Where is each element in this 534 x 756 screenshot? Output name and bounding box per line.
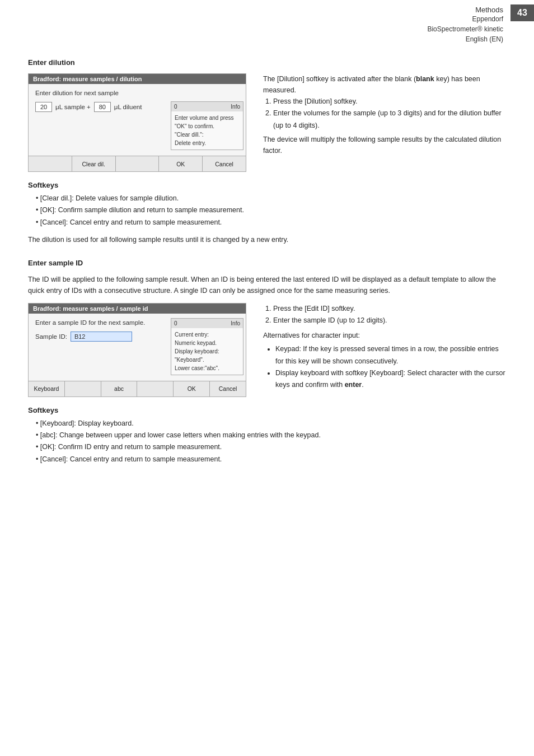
dilution-two-col: Bradford: measure samples / dilution Ent… <box>28 73 506 172</box>
dilution-softkey-bar: Clear dil. OK Cancel <box>29 156 246 171</box>
dilution-info-popup-info: Info <box>231 102 240 111</box>
dilution-sk-item-1: [Clear dil.]: Delete values for sample d… <box>36 193 506 204</box>
dilution-info-popup: 0 Info Enter volume and press "OK" to co… <box>171 101 243 150</box>
dilution-screen-col: Bradford: measure samples / dilution Ent… <box>28 73 246 172</box>
sample-id-softkey-keyboard[interactable]: Keyboard <box>29 381 65 396</box>
dilution-input2[interactable]: 80 <box>94 102 111 112</box>
sample-id-info-line5: Lower case:"abc". <box>175 364 240 372</box>
dilution-device-screen: Bradford: measure samples / dilution Ent… <box>28 73 246 172</box>
sample-id-softkeys-list: [Keyboard]: Display keyboard. [abc]: Cha… <box>28 418 506 465</box>
sample-id-softkeys-title: Softkeys <box>28 406 506 414</box>
sample-id-alt-1: Keypad: If the key is pressed several ti… <box>275 343 506 367</box>
dilution-titlebar: Bradford: measure samples / dilution <box>29 74 246 84</box>
page-number: 43 <box>510 4 534 21</box>
sample-id-info-line1: Current entry: <box>175 330 240 339</box>
sample-id-text-col: Press the [Edit ID] softkey. Enter the s… <box>263 303 506 397</box>
sample-id-info-line4: "Keyboard". <box>175 356 240 364</box>
sample-id-input[interactable]: B12 <box>71 332 132 342</box>
dilution-softkey-cleardil[interactable]: Clear dil. <box>72 156 116 171</box>
sample-id-softkey-2[interactable] <box>65 381 101 396</box>
sample-id-sk-4: [Cancel]: Cancel entry and return to sam… <box>36 454 506 465</box>
sample-id-info-0: 0 <box>174 319 177 328</box>
sample-id-softkey-bar: Keyboard abc OK Cancel <box>29 381 246 396</box>
sample-id-softkey-ok[interactable]: OK <box>174 381 210 396</box>
sample-id-softkey-4[interactable] <box>137 381 174 396</box>
dilution-info-popup-header: 0 Info <box>171 102 243 111</box>
dilution-softkeys-section: Softkeys [Clear dil.]: Delete values for… <box>28 181 506 228</box>
dilution-text-col: The [Dilution] softkey is activated afte… <box>263 73 506 172</box>
dilution-body-text: Enter dilution for next sample <box>35 90 239 96</box>
dilution-closing: The dilution is used for all following s… <box>28 234 506 245</box>
page-header: Methods Eppendorf BioSpectrometer® kinet… <box>422 0 534 44</box>
dilution-sk-item-2: [OK]: Confirm sample dilution and return… <box>36 204 506 216</box>
dilution-note: The device will multiply the following s… <box>263 134 506 156</box>
dilution-info-line4: Delete entry. <box>175 139 240 147</box>
dilution-info-line2: "OK" to confirm. <box>175 122 240 130</box>
sample-id-softkey-cancel[interactable]: Cancel <box>210 381 246 396</box>
sample-id-alt-2: Display keyboard with softkey [Keyboard]… <box>275 367 506 391</box>
dilution-step-2: Enter the volumes for the sample (up to … <box>273 108 506 132</box>
dilution-info-popup-body: Enter volume and press "OK" to confirm. … <box>171 111 243 150</box>
dilution-softkey-ok[interactable]: OK <box>159 156 203 171</box>
dilution-steps-list: Press the [Dilution] softkey. Enter the … <box>263 96 506 132</box>
dilution-softkeys-title: Softkeys <box>28 181 506 189</box>
sample-id-info-line2: Numeric keypad. <box>175 339 240 347</box>
dilution-sk-item-3: [Cancel]: Cancel entry and return to sam… <box>36 217 506 228</box>
sample-id-info-popup: 0 Info Current entry: Numeric keypad. Di… <box>171 318 243 375</box>
sample-id-label: Sample ID: <box>35 333 67 340</box>
enter-dilution-title: Enter dilution <box>28 58 506 67</box>
dilution-softkey-cancel[interactable]: Cancel <box>203 156 246 171</box>
sample-id-two-col: Bradford: measure samples / sample id En… <box>28 303 506 397</box>
dilution-info-line1: Enter volume and press <box>175 114 240 122</box>
sample-id-info-popup-body: Current entry: Numeric keypad. Display k… <box>171 328 243 375</box>
dilution-softkey-1[interactable] <box>29 156 72 171</box>
sample-id-sk-2: [abc]: Change between upper and lower ca… <box>36 430 506 441</box>
enter-sample-id-title: Enter sample ID <box>28 259 506 267</box>
dilution-input1[interactable]: 20 <box>35 102 52 112</box>
sample-id-softkeys-section: Softkeys [Keyboard]: Display keyboard. [… <box>28 406 506 465</box>
sample-id-titlebar: Bradford: measure samples / sample id <box>29 304 246 314</box>
sample-id-info-popup-header: 0 Info <box>171 319 243 328</box>
dilution-softkey-3[interactable] <box>116 156 160 171</box>
sample-id-alt-list: Keypad: If the key is pressed several ti… <box>263 343 506 391</box>
sample-id-sk-1: [Keyboard]: Display keyboard. <box>36 418 506 430</box>
dilution-intro-text: The [Dilution] softkey is activated afte… <box>263 73 506 96</box>
dilution-input-suffix: μL diluent <box>114 104 142 110</box>
sample-id-softkey-abc[interactable]: abc <box>101 381 138 396</box>
dilution-softkeys-list: [Clear dil.]: Delete values for sample d… <box>28 193 506 228</box>
sample-id-screen-col: Bradford: measure samples / sample id En… <box>28 303 246 397</box>
dilution-info-popup-0: 0 <box>174 102 177 111</box>
sample-id-device-screen: Bradford: measure samples / sample id En… <box>28 303 246 397</box>
sample-id-info-line3: Display keyboard: <box>175 347 240 356</box>
dilution-info-line3: "Clear dill.": <box>175 130 240 139</box>
sample-id-info-label: Info <box>231 319 240 328</box>
sample-id-sk-3: [OK]: Confirm ID entry and return to sam… <box>36 441 506 453</box>
sample-id-steps-list: Press the [Edit ID] softkey. Enter the s… <box>263 303 506 327</box>
subtitle-line2: English (EN) <box>422 34 534 44</box>
main-content: Enter dilution Bradford: measure samples… <box>0 0 534 493</box>
sample-id-step-1: Press the [Edit ID] softkey. <box>273 303 506 315</box>
sample-id-alt-title: Alternatives for character input: <box>263 330 506 341</box>
dilution-input-prefix: μL sample + <box>55 104 91 110</box>
sample-id-step-2: Enter the sample ID (up to 12 digits). <box>273 315 506 326</box>
dilution-step-1: Press the [Dilution] softkey. <box>273 96 506 108</box>
sample-id-intro: The ID will be applied to the following … <box>28 274 506 296</box>
